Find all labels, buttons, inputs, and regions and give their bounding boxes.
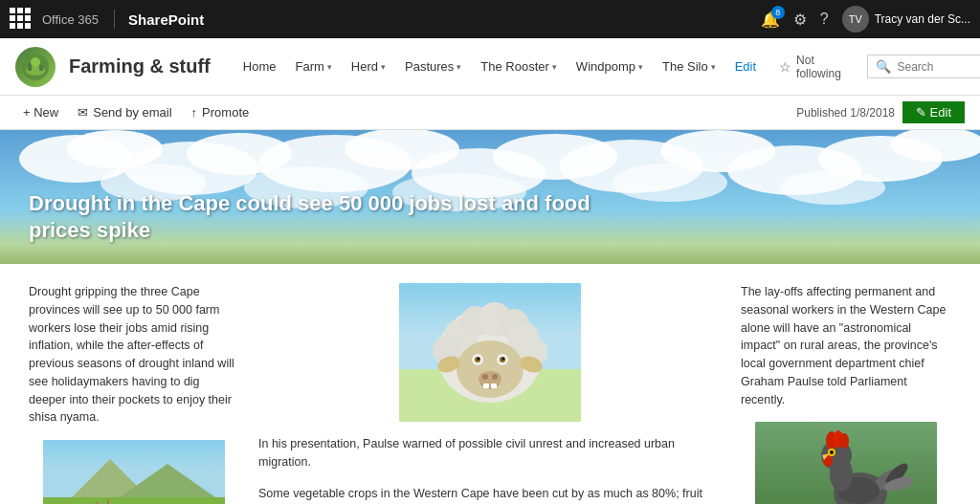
svg-point-23 [780, 170, 885, 205]
cow-image [43, 440, 225, 504]
content-area: Drought gripping the three Cape province… [0, 264, 980, 504]
avatar: TV [842, 6, 869, 33]
svg-point-75 [839, 433, 849, 449]
site-logo [15, 47, 56, 87]
promote-icon: ↑ [191, 105, 198, 120]
send-by-email-button[interactable]: ✉ Send by email [70, 101, 179, 123]
nav-herd[interactable]: Herd ▾ [342, 54, 395, 79]
nav-windpomp[interactable]: Windpomp ▾ [567, 54, 653, 79]
svg-point-22 [612, 164, 727, 202]
right-body-text: The lay-offs affecting permanent and sea… [741, 283, 951, 408]
svg-rect-25 [43, 497, 225, 504]
svg-point-51 [457, 340, 523, 398]
user-menu[interactable]: TV Tracy van der Sc... [842, 6, 970, 33]
site-header: Farming & stuff Home Farm ▾ Herd ▾ Pastu… [0, 38, 980, 96]
col-right: The lay-offs affecting permanent and sea… [741, 283, 951, 504]
nav-farm[interactable]: Farm ▾ [285, 54, 341, 79]
help-icon[interactable]: ? [820, 11, 829, 28]
action-bar: + New ✉ Send by email ↑ Promote Publishe… [0, 96, 980, 130]
send-label: Send by email [93, 105, 171, 120]
new-button[interactable]: + New [15, 101, 66, 123]
user-name: Tracy van der Sc... [875, 12, 970, 26]
svg-point-56 [478, 358, 480, 361]
top-bar-icons: 🔔 8 ⚙ ? TV Tracy van der Sc... [761, 6, 970, 33]
promote-label: Promote [202, 105, 249, 120]
top-bar-divider [114, 10, 115, 29]
search-input[interactable] [897, 60, 980, 74]
new-label: + New [23, 105, 58, 120]
svg-point-60 [492, 374, 498, 380]
nav-pastures[interactable]: Pastures ▾ [395, 54, 471, 79]
published-text: Published 1/8/2018 [796, 106, 895, 120]
email-icon: ✉ [78, 105, 88, 120]
sharepoint-label[interactable]: SharePoint [128, 11, 204, 28]
settings-icon[interactable]: ⚙ [793, 11, 807, 29]
star-icon: ☆ [779, 59, 791, 75]
follow-button[interactable]: ☆ Not following [779, 54, 854, 80]
edit-label: ✎ Edit [916, 105, 951, 120]
hero-headline: Drought in the Cape could see 50 000 job… [29, 190, 603, 245]
office365-label[interactable]: Office 365 [42, 12, 99, 27]
rooster-image [755, 422, 937, 504]
svg-point-59 [482, 374, 488, 380]
svg-point-4 [31, 57, 40, 67]
hero-section: Drought in the Cape could see 50 000 job… [0, 130, 980, 264]
svg-point-57 [502, 358, 505, 361]
notification-bell[interactable]: 🔔 8 [761, 11, 780, 29]
waffle-menu[interactable] [10, 8, 33, 31]
mid-body-text-1: In his presentation, Paulse warned of po… [258, 435, 722, 471]
top-bar: Office 365 SharePoint 🔔 8 ⚙ ? TV Tracy v… [0, 0, 980, 38]
mid-body-text-2: Some vegetable crops in the Western Cape… [258, 485, 722, 505]
col-mid: In his presentation, Paulse warned of po… [258, 283, 722, 504]
nav-rooster[interactable]: The Rooster ▾ [471, 54, 567, 79]
site-nav: Home Farm ▾ Herd ▾ Pastures ▾ The Rooste… [234, 54, 766, 79]
action-bar-right: Published 1/8/2018 ✎ Edit [796, 101, 965, 123]
left-body-text: Drought gripping the three Cape province… [29, 283, 239, 427]
svg-rect-62 [491, 383, 497, 388]
svg-rect-61 [483, 383, 489, 388]
site-actions: ☆ Not following 🔍 [779, 54, 980, 80]
col-left: Drought gripping the three Cape province… [29, 283, 239, 504]
site-title: Farming & stuff [69, 55, 211, 77]
search-box[interactable]: 🔍 [867, 55, 980, 78]
search-icon: 🔍 [876, 59, 891, 74]
nav-home[interactable]: Home [234, 54, 286, 79]
nav-edit[interactable]: Edit [725, 54, 766, 79]
svg-rect-2 [28, 63, 32, 71]
follow-label: Not following [796, 54, 854, 80]
edit-button[interactable]: ✎ Edit [902, 101, 965, 123]
sheep-image [399, 283, 581, 422]
promote-button[interactable]: ↑ Promote [184, 101, 257, 123]
svg-point-79 [830, 450, 834, 454]
nav-silo[interactable]: The Silo ▾ [653, 54, 725, 79]
notification-badge: 8 [771, 6, 785, 19]
svg-rect-3 [39, 65, 43, 71]
